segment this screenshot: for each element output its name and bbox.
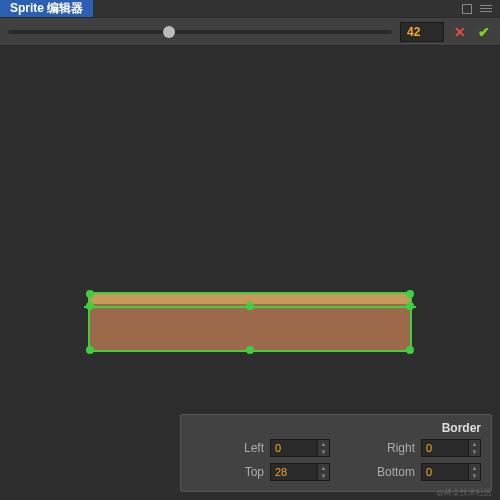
- border-bottom-input[interactable]: 0 ▲▼: [421, 463, 481, 481]
- menu-icon[interactable]: [480, 5, 492, 12]
- border-left-label: Left: [191, 441, 264, 455]
- handle-mid-right[interactable]: [406, 302, 414, 310]
- border-top-input[interactable]: 28 ▲▼: [270, 463, 330, 481]
- titlebar-actions: [462, 0, 500, 17]
- border-right-stepper[interactable]: ▲▼: [468, 440, 480, 456]
- handle-top-left[interactable]: [86, 290, 94, 298]
- popout-icon[interactable]: [462, 4, 472, 14]
- handle-top-right[interactable]: [406, 290, 414, 298]
- zoom-slider-row: 42 ✕ ✔: [0, 18, 500, 46]
- zoom-value-input[interactable]: 42: [400, 22, 444, 42]
- border-bottom-stepper[interactable]: ▲▼: [468, 464, 480, 480]
- handle-mid-left[interactable]: [86, 302, 94, 310]
- border-top-field: Top 28 ▲▼: [191, 463, 330, 481]
- border-left-stepper[interactable]: ▲▼: [317, 440, 329, 456]
- handle-bottom-center[interactable]: [246, 346, 254, 354]
- zoom-slider[interactable]: [8, 30, 392, 34]
- border-left-field: Left 0 ▲▼: [191, 439, 330, 457]
- border-bottom-label: Bottom: [342, 465, 415, 479]
- titlebar: Sprite 编辑器: [0, 0, 500, 18]
- border-top-stepper[interactable]: ▲▼: [317, 464, 329, 480]
- border-bottom-field: Bottom 0 ▲▼: [342, 463, 481, 481]
- handle-bottom-right[interactable]: [406, 346, 414, 354]
- window-title: Sprite 编辑器: [10, 0, 83, 17]
- border-right-label: Right: [342, 441, 415, 455]
- border-right-input[interactable]: 0 ▲▼: [421, 439, 481, 457]
- confirm-button[interactable]: ✔: [476, 24, 492, 40]
- border-right-field: Right 0 ▲▼: [342, 439, 481, 457]
- handle-bottom-left[interactable]: [86, 346, 94, 354]
- watermark: @稀金技术社区: [436, 487, 492, 498]
- border-panel: Border Left 0 ▲▼ Right 0 ▲▼ Top 28: [180, 414, 492, 492]
- zoom-slider-thumb[interactable]: [163, 26, 175, 38]
- border-left-input[interactable]: 0 ▲▼: [270, 439, 330, 457]
- sprite-canvas[interactable]: Border Left 0 ▲▼ Right 0 ▲▼ Top 28: [0, 46, 500, 500]
- cancel-button[interactable]: ✕: [452, 24, 468, 40]
- border-panel-title: Border: [191, 421, 481, 435]
- handle-mid-center[interactable]: [246, 302, 254, 310]
- window-title-tab: Sprite 编辑器: [0, 0, 93, 17]
- border-top-label: Top: [191, 465, 264, 479]
- sprite-preview[interactable]: [90, 294, 410, 350]
